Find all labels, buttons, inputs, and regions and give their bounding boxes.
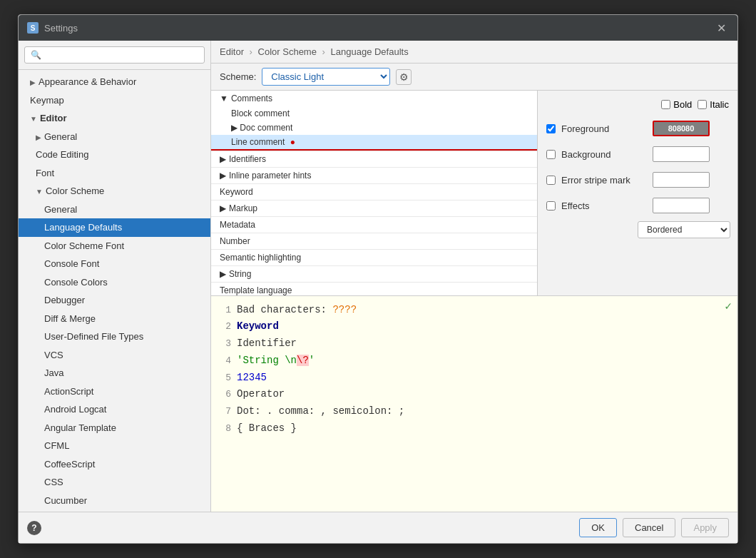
title-bar: S Settings ✕ — [19, 15, 737, 41]
bold-checkbox-label[interactable]: Bold — [661, 99, 692, 110]
sidebar-item-angular[interactable]: Angular Template — [19, 419, 210, 437]
foreground-checkbox[interactable] — [546, 124, 556, 133]
token-group-header-semantic[interactable]: Semantic highlighting — [211, 250, 537, 265]
sidebar-item-console-colors[interactable]: Console Colors — [19, 273, 210, 292]
sidebar-item-debugger[interactable]: Debugger — [19, 291, 210, 310]
token-group-string: ▶ String — [211, 266, 537, 283]
italic-checkbox-label[interactable]: Italic — [698, 99, 729, 110]
foreground-swatch[interactable]: 808080 — [653, 121, 710, 136]
preview-check-icon: ✓ — [725, 299, 732, 313]
code-string: 'String \n\?' — [237, 352, 315, 370]
code-number: 12345 — [237, 370, 267, 387]
token-item-line-comment[interactable]: Line comment ● — [211, 135, 537, 151]
sidebar-item-cucumber[interactable]: Cucumber — [19, 492, 210, 510]
arrow-icon: ▼ — [36, 186, 43, 197]
dialog-body: ▶Appearance & Behavior Keymap ▼Editor ▶G… — [19, 41, 737, 512]
breadcrumb-sep1: › — [250, 46, 252, 57]
scheme-select[interactable]: Classic Light — [262, 68, 390, 86]
preview-line-4: 4 'String \n\?' — [220, 352, 729, 370]
sidebar-item-vcs[interactable]: VCS — [19, 346, 210, 365]
sidebar-item-java[interactable]: Java — [19, 364, 210, 382]
token-group-header-identifiers[interactable]: ▶ Identifiers — [211, 151, 537, 167]
italic-label: Italic — [710, 99, 729, 110]
dialog-title: Settings — [44, 23, 78, 34]
close-button[interactable]: ✕ — [714, 21, 729, 35]
help-button[interactable]: ? — [27, 521, 41, 535]
effects-dropdown[interactable]: Bordered — [638, 221, 730, 238]
scheme-label: Scheme: — [220, 71, 256, 82]
preview-line-8: 8 { Braces } — [220, 420, 729, 437]
ok-button[interactable]: OK — [579, 518, 617, 537]
token-item-block-comment[interactable]: Block comment — [211, 106, 537, 121]
effects-swatch[interactable] — [653, 198, 710, 213]
line-number-8: 8 — [220, 421, 231, 437]
title-bar-left: S Settings — [27, 22, 78, 34]
sidebar-item-appearance[interactable]: ▶Appearance & Behavior — [19, 73, 210, 91]
preview-area: ✓ 1 Bad characters: ???? 2 Keyword 3 Ide… — [211, 295, 737, 512]
sidebar-item-color-scheme-font[interactable]: Color Scheme Font — [19, 237, 210, 255]
apply-button[interactable]: Apply — [681, 518, 729, 537]
sidebar-item-diff-merge[interactable]: Diff & Merge — [19, 310, 210, 328]
sidebar-item-cfml[interactable]: CFML — [19, 437, 210, 455]
line-number-4: 4 — [220, 353, 231, 369]
token-group-header-string[interactable]: ▶ String — [211, 266, 537, 282]
token-group-header-number[interactable]: Number — [211, 233, 537, 249]
code-operator: Operator — [237, 386, 285, 403]
sidebar-item-css[interactable]: CSS — [19, 473, 210, 492]
token-group-header-inline[interactable]: ▶ Inline parameter hints — [211, 168, 537, 183]
token-item-doc-comment[interactable]: ▶ Doc comment — [211, 121, 537, 135]
italic-checkbox[interactable] — [698, 100, 707, 109]
background-checkbox[interactable] — [546, 150, 556, 159]
token-group-header-template[interactable]: Template language — [211, 283, 537, 295]
error-stripe-checkbox[interactable] — [546, 176, 556, 185]
preview-line-6: 6 Operator — [220, 386, 729, 403]
sidebar-item-actionscript[interactable]: ActionScript — [19, 382, 210, 401]
sidebar-item-cs-general[interactable]: General — [19, 201, 210, 219]
sidebar-item-font[interactable]: Font — [19, 164, 210, 183]
effects-checkbox[interactable] — [546, 201, 556, 210]
dialog-footer: ? OK Cancel Apply — [19, 512, 737, 543]
token-group-header-keyword[interactable]: Keyword — [211, 184, 537, 200]
token-group-header-metadata[interactable]: Metadata — [211, 217, 537, 233]
scheme-gear-button[interactable]: ⚙ — [396, 69, 412, 85]
sidebar-item-console-font[interactable]: Console Font — [19, 255, 210, 273]
main-content: Editor › Color Scheme › Language Default… — [211, 41, 737, 512]
bad-chars-highlight: ???? — [332, 304, 357, 315]
code-dot-comma: Dot: . comma: , semicolon: ; — [237, 403, 404, 420]
expand-icon: ▶ — [220, 154, 226, 164]
bold-label: Bold — [673, 99, 692, 110]
expand-icon: ▶ — [220, 203, 226, 213]
token-group-header-markup[interactable]: ▶ Markup — [211, 201, 537, 216]
error-stripe-swatch[interactable] — [653, 172, 710, 188]
cancel-button[interactable]: Cancel — [623, 518, 675, 537]
bold-checkbox[interactable] — [661, 100, 670, 109]
sidebar-item-general[interactable]: ▶General — [19, 128, 210, 146]
sidebar-item-coffeescript[interactable]: CoffeeScript — [19, 455, 210, 474]
line-number-6: 6 — [220, 387, 231, 402]
token-group-label-comments: Comments — [231, 93, 272, 103]
token-group-label-string: String — [229, 269, 251, 279]
background-swatch[interactable] — [653, 146, 710, 162]
expand-icon: ▶ — [220, 171, 226, 181]
expand-icon: ▼ — [220, 93, 228, 103]
sidebar-item-keymap[interactable]: Keymap — [19, 91, 210, 110]
preview-line-2: 2 Keyword — [220, 318, 729, 335]
escape-highlight: \? — [297, 355, 309, 366]
breadcrumb-lang-defaults: Language Defaults — [331, 46, 409, 57]
sidebar-item-editor[interactable]: ▼Editor — [19, 109, 210, 128]
token-group-label-number: Number — [220, 236, 250, 246]
preview-line-7: 7 Dot: . comma: , semicolon: ; — [220, 403, 729, 420]
sidebar-item-user-defined[interactable]: User-Defined File Types — [19, 328, 210, 346]
error-stripe-label: Error stripe mark — [561, 175, 647, 186]
sidebar-item-color-scheme[interactable]: ▼Color Scheme — [19, 182, 210, 201]
line-number-3: 3 — [220, 336, 231, 352]
token-group-label-template: Template language — [220, 285, 292, 295]
sidebar-item-lang-defaults[interactable]: Language Defaults — [19, 218, 210, 237]
token-group-identifiers: ▶ Identifiers — [211, 151, 537, 168]
sidebar-item-code-editing[interactable]: Code Editing — [19, 146, 210, 164]
token-group-label-metadata: Metadata — [220, 220, 255, 230]
token-group-header-comments[interactable]: ▼ Comments — [211, 91, 537, 106]
arrow-icon: ▶ — [30, 77, 36, 88]
sidebar-item-android-logcat[interactable]: Android Logcat — [19, 400, 210, 419]
search-input[interactable] — [24, 46, 205, 64]
